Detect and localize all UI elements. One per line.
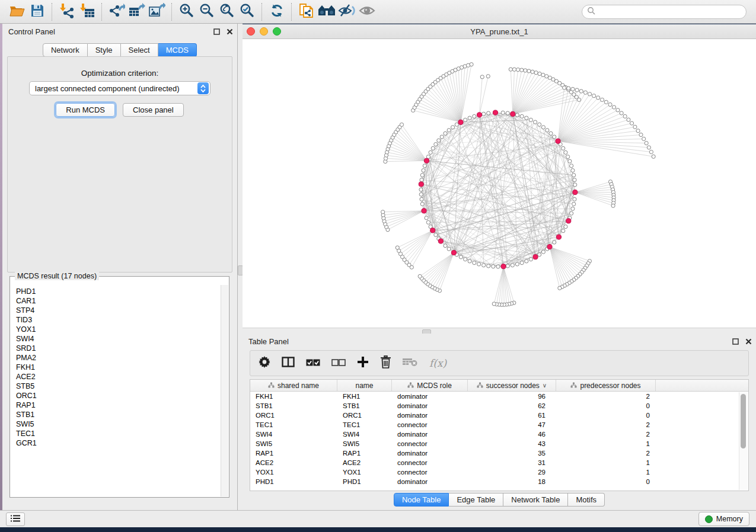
table-row[interactable]: ACE2ACE2connector311 <box>250 458 748 467</box>
ring-node[interactable] <box>464 258 467 261</box>
ring-node[interactable] <box>546 129 549 132</box>
mcds-result-item[interactable]: RAP1 <box>16 400 221 410</box>
tab-select[interactable]: Select <box>121 43 158 57</box>
criterion-select[interactable]: largest connected component (undirected) <box>29 81 210 95</box>
leaf-node[interactable] <box>575 88 579 92</box>
mcds-result-item[interactable]: PMA2 <box>16 353 221 363</box>
ring-node[interactable] <box>525 116 528 120</box>
leaf-node[interactable] <box>600 98 604 101</box>
column-header-successor-nodes[interactable]: successor nodes∨ <box>468 380 556 391</box>
ring-node[interactable] <box>447 247 451 251</box>
leaf-node[interactable] <box>400 123 403 126</box>
memory-button[interactable]: Memory <box>698 512 749 526</box>
mcds-result-item[interactable]: STB5 <box>16 382 221 391</box>
ring-node[interactable] <box>420 197 423 201</box>
leaf-node[interactable] <box>470 63 473 66</box>
show-graphics-details-button[interactable] <box>357 2 377 21</box>
hub-node[interactable] <box>422 209 426 213</box>
hub-node[interactable] <box>511 111 515 116</box>
ring-node[interactable] <box>492 265 495 268</box>
leaf-node[interactable] <box>558 286 562 290</box>
tab-mcds[interactable]: MCDS <box>158 43 197 57</box>
leaf-node[interactable] <box>611 204 615 207</box>
open-session-button[interactable] <box>7 2 27 21</box>
leaf-node[interactable] <box>567 86 570 90</box>
tab-style[interactable]: Style <box>88 43 121 57</box>
ring-node[interactable] <box>515 262 519 266</box>
ring-node[interactable] <box>482 112 486 116</box>
leaf-node[interactable] <box>480 75 484 79</box>
column-header-name[interactable]: name <box>337 380 392 391</box>
ring-node[interactable] <box>511 264 514 267</box>
hub-node[interactable] <box>566 219 571 223</box>
vertical-splitter[interactable] <box>238 24 243 511</box>
mcds-result-item[interactable]: SRD1 <box>16 344 221 353</box>
ring-node[interactable] <box>529 258 532 261</box>
leaf-node[interactable] <box>571 87 575 91</box>
close-panel-button[interactable] <box>224 27 235 36</box>
search-field[interactable] <box>582 5 747 19</box>
ring-node[interactable] <box>487 264 490 268</box>
ring-node[interactable] <box>473 261 476 265</box>
ring-node[interactable] <box>444 132 447 135</box>
mcds-result-item[interactable]: STP4 <box>16 306 221 315</box>
leaf-node[interactable] <box>636 129 640 133</box>
ring-node[interactable] <box>564 225 567 229</box>
hub-node[interactable] <box>533 255 538 259</box>
leaf-node[interactable] <box>652 155 655 158</box>
leaf-node[interactable] <box>418 274 422 278</box>
network-canvas[interactable] <box>243 39 756 333</box>
zoom-in-button[interactable] <box>177 2 197 21</box>
float-panel-button[interactable] <box>211 27 222 36</box>
ring-node[interactable] <box>538 123 541 126</box>
leaf-node[interactable] <box>627 118 630 121</box>
ring-node[interactable] <box>468 116 471 120</box>
table-row[interactable]: RAP1RAP1dominator352 <box>250 448 748 458</box>
hub-node[interactable] <box>438 239 443 243</box>
mcds-result-item[interactable]: CAR1 <box>16 296 221 306</box>
leaf-node[interactable] <box>563 86 566 89</box>
close-panel-button-mcds[interactable]: Close panel <box>123 103 184 117</box>
ring-node[interactable] <box>525 259 528 263</box>
leaf-node[interactable] <box>649 150 653 153</box>
mcds-result-item[interactable]: GCR1 <box>16 438 221 448</box>
ring-node[interactable] <box>440 135 444 139</box>
table-row[interactable]: PHD1PHD1dominator180 <box>250 477 748 486</box>
leaf-node[interactable] <box>583 91 587 94</box>
hub-node[interactable] <box>424 158 429 163</box>
function-builder-button-disabled[interactable]: f(x) <box>429 355 446 371</box>
leaf-node[interactable] <box>524 69 527 72</box>
mcds-result-list[interactable]: PHD1CAR1STP4TID3YOX1SWI4SRD1PMA2FKH1ACE2… <box>11 283 221 496</box>
mcds-result-item[interactable]: TEC1 <box>16 429 221 438</box>
tab-node-table[interactable]: Node Table <box>394 493 449 507</box>
hub-node[interactable] <box>556 139 560 143</box>
leaf-node[interactable] <box>520 68 524 72</box>
ring-node[interactable] <box>573 178 576 182</box>
ring-node[interactable] <box>464 118 467 121</box>
search-network-button[interactable] <box>317 2 337 21</box>
ring-node[interactable] <box>573 183 577 187</box>
ring-node[interactable] <box>573 197 576 201</box>
ring-node[interactable] <box>420 178 423 182</box>
hub-node[interactable] <box>458 120 463 124</box>
leaf-node[interactable] <box>577 98 580 101</box>
ring-node[interactable] <box>562 146 565 150</box>
hub-node[interactable] <box>451 250 456 255</box>
leaf-node[interactable] <box>381 210 385 214</box>
ring-node[interactable] <box>447 129 451 132</box>
show-panels-list-button[interactable] <box>6 512 25 526</box>
table-row[interactable]: YOX1YOX1connector291 <box>250 467 748 477</box>
tab-network-table[interactable]: Network Table <box>503 493 568 507</box>
ring-node[interactable] <box>423 164 426 168</box>
leaf-node[interactable] <box>516 68 520 72</box>
zoom-out-button[interactable] <box>197 2 217 21</box>
import-table-button[interactable] <box>77 2 97 21</box>
show-columns-button[interactable] <box>282 355 295 371</box>
hub-node[interactable] <box>430 228 435 233</box>
table-row[interactable]: ORC1ORC1dominator610 <box>250 411 748 420</box>
close-panel-button[interactable] <box>743 336 754 346</box>
mcds-result-item[interactable]: ORC1 <box>16 391 221 400</box>
leaf-node[interactable] <box>608 102 612 106</box>
ring-node[interactable] <box>538 253 541 257</box>
ring-node[interactable] <box>571 207 575 210</box>
